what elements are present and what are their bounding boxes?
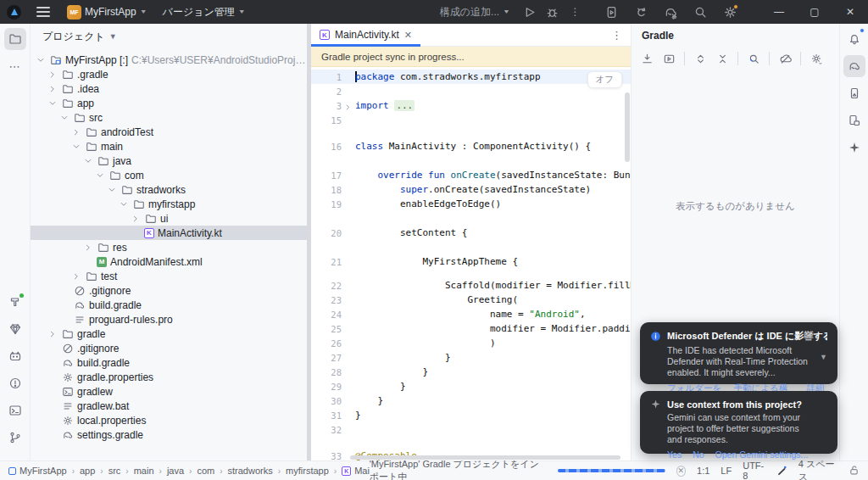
- breadcrumb-item[interactable]: com: [197, 466, 214, 476]
- code-line[interactable]: 20 setContent {: [311, 226, 631, 240]
- gradle-settings-button[interactable]: [806, 49, 826, 68]
- tree-item[interactable]: .gradle: [31, 67, 307, 81]
- settings-gear-icon[interactable]: [723, 5, 737, 20]
- tree-chevron-icon[interactable]: [71, 128, 81, 137]
- breadcrumb-item[interactable]: java: [167, 466, 184, 476]
- terminal-button[interactable]: [4, 399, 26, 421]
- offline-mode-button[interactable]: [775, 49, 795, 68]
- sync-download-button[interactable]: [637, 49, 657, 68]
- tree-chevron-icon[interactable]: [119, 200, 129, 209]
- main-menu-button[interactable]: [36, 7, 50, 17]
- gradle-sync-icon[interactable]: [664, 5, 678, 20]
- editor-vertical-scrollbar[interactable]: [625, 92, 630, 162]
- code-line[interactable]: 30 }: [311, 393, 631, 408]
- run-configuration-select[interactable]: 構成の追加... ▼: [437, 3, 514, 22]
- tree-chevron-icon[interactable]: [131, 215, 141, 223]
- tree-chevron-icon[interactable]: [71, 272, 81, 281]
- code-line[interactable]: 22 Scaffold(modifier = Modifier.fillMaxS…: [311, 278, 631, 293]
- breadcrumb-item[interactable]: stradworks: [228, 466, 273, 476]
- project-panel-title[interactable]: プロジェクト: [42, 30, 105, 44]
- ai-assistant-icon[interactable]: [776, 465, 787, 477]
- fold-chevron-icon[interactable]: [344, 103, 352, 113]
- breadcrumb-item[interactable]: src: [108, 466, 121, 476]
- version-control-button[interactable]: [4, 427, 26, 449]
- tree-chevron-icon[interactable]: [107, 186, 117, 194]
- tree-chevron-icon[interactable]: [71, 142, 81, 151]
- tree-chevron-icon[interactable]: [36, 56, 46, 64]
- code-line[interactable]: 15: [311, 113, 631, 127]
- breadcrumb-item[interactable]: myfirstapp: [286, 466, 329, 476]
- tree-item[interactable]: test: [31, 269, 307, 283]
- app-quality-insights-button[interactable]: [4, 318, 26, 340]
- tree-item[interactable]: gradlew: [31, 384, 307, 399]
- run-task-button[interactable]: [659, 49, 679, 68]
- code-line[interactable]: 1package com.stradworks.myfirstapp: [311, 70, 631, 84]
- tree-item[interactable]: gradle.properties: [31, 370, 307, 384]
- editor-horizontal-scrollbar[interactable]: [350, 455, 620, 460]
- tree-item[interactable]: app: [31, 96, 307, 110]
- no-link[interactable]: No: [693, 449, 704, 460]
- tree-item[interactable]: res: [31, 240, 307, 254]
- indent-setting[interactable]: 4 スペース: [798, 458, 837, 480]
- code-line[interactable]: 2: [311, 84, 631, 98]
- cancel-progress-icon[interactable]: ✕: [676, 466, 686, 477]
- running-devices-button[interactable]: [843, 109, 865, 131]
- breadcrumb-item[interactable]: main: [134, 466, 154, 476]
- code-line[interactable]: 23 Greeting(: [311, 293, 631, 307]
- minimize-button[interactable]: —: [761, 0, 797, 24]
- collapse-all-button[interactable]: [712, 49, 732, 68]
- tree-item[interactable]: KMainActivity.kt: [31, 226, 307, 240]
- tree-item[interactable]: myfirstapp: [31, 197, 307, 211]
- yes-link[interactable]: Yes: [667, 449, 682, 460]
- profiler-icon[interactable]: [634, 5, 648, 20]
- tree-chevron-icon[interactable]: [83, 243, 93, 252]
- device-manager-tool-button[interactable]: [843, 82, 865, 104]
- code-line[interactable]: 21 MyFirstAppTheme {: [311, 254, 631, 269]
- task-search-button[interactable]: [743, 49, 764, 68]
- code-line[interactable]: 29 }: [311, 379, 631, 393]
- breadcrumb-item[interactable]: KMainActivity.kt: [342, 466, 369, 476]
- build-button[interactable]: [4, 291, 26, 313]
- code-line[interactable]: 18 super.onCreate(savedInstanceState): [311, 182, 631, 197]
- tab-mainactivity[interactable]: K MainActivity.kt ✕: [311, 24, 420, 46]
- tree-chevron-icon[interactable]: [95, 171, 105, 180]
- code-line[interactable]: 32: [311, 422, 631, 437]
- unlock-icon[interactable]: [849, 465, 860, 477]
- more-tool-windows-button[interactable]: ⋯: [4, 55, 26, 77]
- tree-item[interactable]: com: [31, 168, 307, 182]
- tree-chevron-icon[interactable]: [47, 99, 58, 108]
- code-line[interactable]: 17 override fun onCreate(savedInstanceSt…: [311, 168, 631, 182]
- tree-item[interactable]: MyFirstApp [:] C:¥Users¥USER¥AndroidStud…: [31, 53, 307, 67]
- tree-item[interactable]: stradworks: [31, 182, 307, 197]
- open-gemini-settings-link[interactable]: Open Gemini settings...: [715, 449, 809, 460]
- tree-chevron-icon[interactable]: [83, 157, 93, 165]
- tree-chevron-icon[interactable]: [47, 330, 58, 338]
- tree-item[interactable]: gradle: [31, 327, 307, 341]
- tree-item[interactable]: .gitignore: [31, 341, 307, 355]
- tree-item[interactable]: java: [31, 153, 307, 168]
- code-line[interactable]: 25 modifier = Modifier.padding(innerPadd…: [311, 321, 631, 336]
- more-actions-button[interactable]: ⋮: [568, 5, 582, 20]
- code-line[interactable]: 3import ...: [311, 98, 631, 113]
- code-line[interactable]: 16class MainActivity : ComponentActivity…: [311, 139, 631, 153]
- caret-position[interactable]: 1:1: [697, 466, 709, 476]
- tree-chevron-icon[interactable]: [59, 114, 70, 122]
- tree-item[interactable]: build.gradle: [31, 298, 307, 312]
- tree-item[interactable]: .gitignore: [31, 283, 307, 298]
- tree-item[interactable]: proguard-rules.pro: [31, 312, 307, 327]
- search-icon[interactable]: [693, 5, 708, 20]
- vcs-menu[interactable]: バージョン管理 ▼: [159, 3, 249, 22]
- code-line[interactable]: 31}: [311, 408, 631, 422]
- code-line[interactable]: 27 }: [311, 350, 631, 365]
- tree-item[interactable]: MAndroidManifest.xml: [31, 254, 307, 269]
- run-button[interactable]: [522, 5, 537, 20]
- tree-item[interactable]: local.properties: [31, 413, 307, 427]
- notifications-button[interactable]: [843, 28, 865, 50]
- tree-item[interactable]: main: [31, 139, 307, 153]
- project-view-button[interactable]: [4, 28, 26, 50]
- breadcrumb-item[interactable]: MyFirstApp: [8, 466, 67, 476]
- device-manager-icon[interactable]: [604, 5, 619, 20]
- line-separator[interactable]: LF: [721, 466, 732, 476]
- problems-button[interactable]: [4, 372, 26, 394]
- tab-options-button[interactable]: ⋮: [603, 24, 631, 46]
